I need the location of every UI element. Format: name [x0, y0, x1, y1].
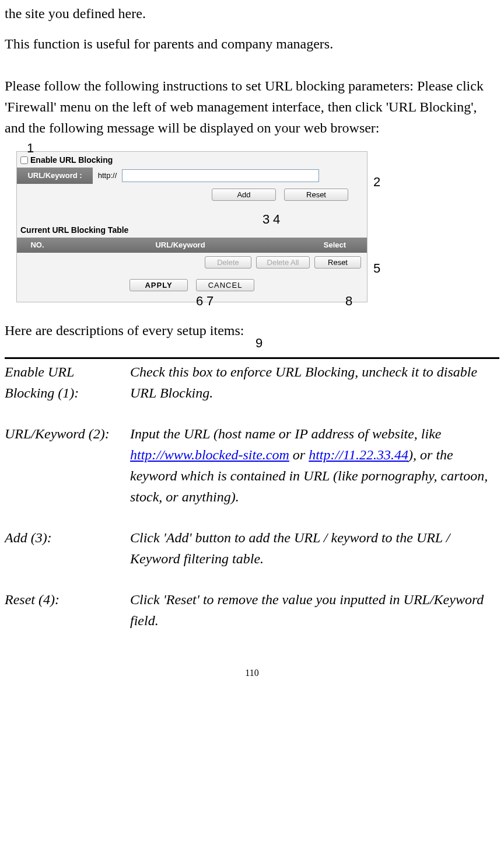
url-prefix-text: http://	[93, 170, 122, 182]
blocking-table-header: NO. URL/Keyword Select	[17, 238, 367, 253]
reset-table-button[interactable]: Reset	[314, 256, 361, 269]
enable-url-blocking-label: Enable URL Blocking	[30, 154, 113, 166]
descriptions-intro: Here are descriptions of every setup ite…	[5, 320, 499, 341]
callout-5: 5	[373, 259, 380, 278]
callout-8: 8	[345, 291, 352, 311]
desc-term-1: Enable URL Blocking (1):	[5, 361, 130, 403]
descriptions-table: Enable URL Blocking (1): Check this box …	[5, 361, 499, 631]
paragraph-continuation: the site you defined here.	[5, 3, 499, 24]
callout-4: 4	[273, 210, 280, 229]
apply-button[interactable]: APPLY	[130, 279, 188, 291]
delete-button[interactable]: Delete	[205, 256, 251, 269]
link-blocked-site[interactable]: http://www.blocked-site.com	[130, 447, 289, 462]
desc-def-3: Click 'Add' button to add the URL / keyw…	[130, 527, 499, 569]
col-url: URL/Keyword	[58, 239, 303, 251]
callout-6: 6	[196, 291, 203, 311]
col-select: Select	[303, 239, 367, 251]
url-keyword-label: URL/Keyword :	[17, 168, 93, 184]
paragraph-usefulness: This function is useful for parents and …	[5, 33, 499, 54]
callout-2: 2	[373, 172, 380, 191]
desc-def-4: Click 'Reset' to remove the value you in…	[130, 589, 499, 631]
blocking-table-title: Current URL Blocking Table	[17, 211, 367, 238]
paragraph-instructions: Please follow the following instructions…	[5, 75, 499, 138]
link-ip-example[interactable]: http://11.22.33.44	[309, 447, 408, 462]
callout-1: 1	[27, 138, 34, 158]
desc-def-2: Input the URL (host name or IP address o…	[130, 423, 499, 507]
desc-term-2: URL/Keyword (2):	[5, 423, 130, 507]
desc-term-3: Add (3):	[5, 527, 130, 569]
delete-all-button[interactable]: Delete All	[256, 256, 310, 269]
screenshot-container: 1 2 3 4 5 6 7 8 9 Enable URL Blocking UR…	[16, 151, 401, 302]
col-no: NO.	[17, 239, 58, 251]
url-keyword-input[interactable]	[122, 169, 319, 182]
callout-7: 7	[206, 291, 214, 311]
callout-3: 3	[262, 210, 270, 229]
reset-button[interactable]: Reset	[284, 189, 348, 201]
cancel-button[interactable]: CANCEL	[196, 279, 254, 291]
add-button[interactable]: Add	[212, 189, 276, 201]
desc-def-1: Check this box to enforce URL Blocking, …	[130, 361, 499, 403]
page-number: 110	[5, 666, 499, 680]
desc-term-4: Reset (4):	[5, 589, 130, 631]
divider	[5, 357, 499, 359]
callout-9: 9	[256, 333, 262, 353]
